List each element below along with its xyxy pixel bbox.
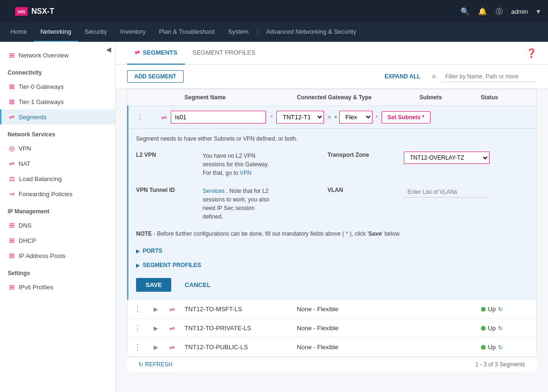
type-select[interactable]: Flex <box>339 111 372 124</box>
sidebar-item-ip-address-pools[interactable]: ⊞ IP Address Pools <box>0 248 115 263</box>
nav-advanced[interactable]: Advanced Networking & Security <box>260 23 363 42</box>
save-button[interactable]: SAVE <box>136 278 171 292</box>
filter-icon: ≡ <box>432 73 436 80</box>
nav-networking[interactable]: Networking <box>34 23 78 42</box>
nav-plan[interactable]: Plan & Troubleshoot <box>152 23 221 42</box>
sidebar-item-label: Load Balancing <box>19 175 62 182</box>
nav-system[interactable]: System <box>221 23 255 42</box>
filter-input[interactable] <box>441 71 537 82</box>
set-subnets-button[interactable]: Set Subnets * <box>382 111 431 124</box>
load-balancing-icon: ⚖ <box>9 175 15 182</box>
row2-refresh-icon[interactable]: ↻ <box>498 325 503 332</box>
expand-all-button[interactable]: EXPAND ALL <box>384 73 420 80</box>
row3-segment-icon: ⇌ <box>169 344 175 351</box>
tab-segments-label: SEGMENTS <box>143 49 177 56</box>
segment-name-input[interactable] <box>171 111 266 124</box>
row2-expand-chevron[interactable]: ▶ <box>154 325 158 332</box>
transport-zone-select[interactable]: TNT12-OVERLAY-TZ <box>404 152 489 164</box>
expand-details: Segment needs to have either Subnets or … <box>128 129 536 299</box>
segments-icon: ⇌ <box>9 113 15 121</box>
row1-actions-icon[interactable]: ⋮ <box>134 305 142 313</box>
sidebar-item-label: NAT <box>19 160 30 167</box>
sidebar-item-label: Forwarding Policies <box>19 191 72 198</box>
admin-dropdown-icon[interactable]: ▾ <box>537 7 540 16</box>
sidebar-item-forwarding-policies[interactable]: ⇒ Forwarding Policies <box>0 186 115 201</box>
notifications-icon[interactable]: 🔔 <box>478 7 487 16</box>
help-circle-icon[interactable]: ❓ <box>526 48 537 58</box>
segment-count: 1 - 3 of 3 Segments <box>475 361 525 368</box>
table-row: ⋮ ▶ ⇌ TNT12-TO-MSFT-LS None - Flexible U… <box>128 300 537 319</box>
name-required-star: * <box>271 115 273 120</box>
row1-status: Up ↻ <box>475 300 537 319</box>
segment-profiles-section[interactable]: ▶ SEGMENT PROFILES <box>136 258 528 272</box>
row2-status-label: Up <box>488 325 496 332</box>
sidebar-item-dns[interactable]: ⊞ DNS <box>0 218 115 233</box>
sidebar-item-label: DHCP <box>19 237 36 244</box>
ports-chevron: ▶ <box>136 249 140 254</box>
top-bar-actions: 🔍 🔔 ⓪ admin ▾ <box>460 7 540 16</box>
sidebar-item-label: Tier-1 Gateways <box>19 98 64 105</box>
th-actions <box>128 89 148 106</box>
cancel-button[interactable]: CANCEL <box>175 278 220 292</box>
row3-refresh-icon[interactable]: ↻ <box>498 344 503 351</box>
sidebar-item-vpn[interactable]: ◎ VPN <box>0 141 115 156</box>
sidebar-item-segments[interactable]: ⇌ Segments <box>0 109 115 124</box>
sidebar-item-label: VPN <box>19 145 31 152</box>
segment-profiles-label: SEGMENT PROFILES <box>143 262 201 268</box>
row3-actions-icon[interactable]: ⋮ <box>134 343 142 351</box>
sidebar-item-tier0[interactable]: ⊠ Tier-0 Gateways <box>0 79 115 94</box>
vlan-value <box>404 184 529 201</box>
row3-expand-chevron[interactable]: ▶ <box>154 344 158 351</box>
row1-status-label: Up <box>488 306 496 313</box>
sidebar-section-ip-management: IP Management <box>0 201 115 218</box>
transport-zone-label: Transport Zone <box>328 149 404 161</box>
nav-home[interactable]: Home <box>4 23 34 42</box>
main-content: ⇌ SEGMENTS SEGMENT PROFILES ❓ ADD SEGMEN… <box>116 42 548 392</box>
table-header-row: Segment Name Connected Gateway & Type Su… <box>128 89 537 106</box>
row3-status-dot <box>481 345 486 350</box>
row1-gateway: None - Flexible <box>291 300 414 319</box>
vlan-label: VLAN <box>328 184 404 196</box>
tab-profiles-label: SEGMENT PROFILES <box>193 49 255 56</box>
admin-label[interactable]: admin <box>511 8 528 15</box>
refresh-button[interactable]: ↻ REFRESH <box>138 361 172 368</box>
add-segment-button[interactable]: ADD SEGMENT <box>127 70 184 83</box>
row2-actions-icon[interactable]: ⋮ <box>134 324 142 332</box>
refresh-icon: ↻ <box>138 361 143 368</box>
vpn-link[interactable]: VPN <box>240 170 252 176</box>
row2-status: Up ↻ <box>475 319 537 338</box>
th-name: Segment Name <box>179 89 291 106</box>
table-row: ⋮ ▶ ⇌ TNT12-TO-PUBLIC-LS None - Flexible… <box>128 338 537 357</box>
sidebar-item-ipv6-profiles[interactable]: ⊞ IPv6 Profiles <box>0 279 115 295</box>
th-subnets: Subnets <box>414 89 475 106</box>
tab-segments[interactable]: ⇌ SEGMENTS <box>127 42 185 65</box>
sidebar-item-nat[interactable]: ⇌ NAT <box>0 156 115 171</box>
sidebar-item-label: Segments <box>19 114 47 121</box>
layout: ◀ ⊞ Network Overview Connectivity ⊠ Tier… <box>0 42 548 392</box>
gateway-dropdown-icon[interactable]: ▾ <box>334 114 337 120</box>
sidebar-item-network-overview[interactable]: ⊞ Network Overview <box>0 48 115 63</box>
tab-segment-profiles[interactable]: SEGMENT PROFILES <box>185 42 263 65</box>
row1-expand-chevron[interactable]: ▶ <box>154 306 158 313</box>
row1-refresh-icon[interactable]: ↻ <box>498 306 503 313</box>
th-status: Status <box>475 89 537 106</box>
gateway-select[interactable]: TNT12-T1 <box>276 111 324 124</box>
nav-security[interactable]: Security <box>78 23 114 42</box>
sidebar-item-tier1[interactable]: ⊠ Tier-1 Gateways <box>0 94 115 109</box>
row3-gateway: None - Flexible <box>291 338 414 357</box>
subnets-note: Segment needs to have either Subnets or … <box>136 134 528 143</box>
sidebar-collapse-button[interactable]: ◀ <box>106 46 111 53</box>
action-buttons: SAVE CANCEL <box>136 272 528 297</box>
row-actions-icon[interactable]: ⋮ <box>136 113 144 122</box>
sidebar-item-dhcp[interactable]: ⊞ DHCP <box>0 233 115 248</box>
nav-inventory[interactable]: Inventory <box>114 23 152 42</box>
vlan-input[interactable] <box>404 187 489 198</box>
gateway-clear-icon[interactable]: ✕ <box>327 114 332 121</box>
vpn-tunnel-label: VPN Tunnel ID <box>136 184 203 196</box>
vpn-services-link[interactable]: Services <box>203 188 225 194</box>
ports-section[interactable]: ▶ PORTS <box>136 244 528 258</box>
help-icon[interactable]: ⓪ <box>496 7 503 16</box>
dns-icon: ⊞ <box>9 221 15 229</box>
sidebar-item-load-balancing[interactable]: ⚖ Load Balancing <box>0 171 115 186</box>
search-icon[interactable]: 🔍 <box>460 7 470 16</box>
